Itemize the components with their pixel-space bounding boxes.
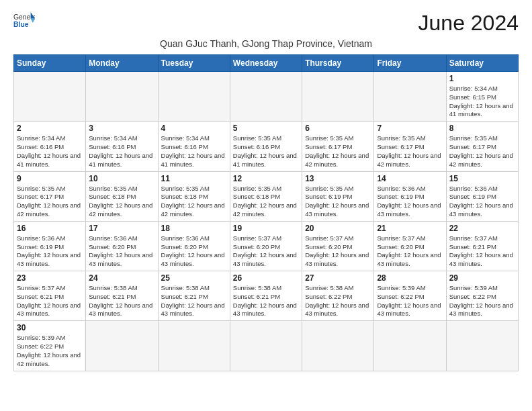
day-number: 25 bbox=[161, 273, 227, 283]
day-info: Sunrise: 5:39 AMSunset: 6:22 PMDaylight:… bbox=[17, 334, 83, 368]
day-cell-16: 16Sunrise: 5:36 AMSunset: 6:19 PMDayligh… bbox=[14, 221, 86, 271]
day-number: 2 bbox=[17, 124, 83, 133]
day-number: 3 bbox=[89, 124, 154, 133]
empty-cell bbox=[230, 72, 302, 122]
weekday-header-tuesday: Tuesday bbox=[158, 55, 230, 72]
logo: General Blue bbox=[13, 11, 35, 30]
day-info: Sunrise: 5:35 AMSunset: 6:17 PMDaylight:… bbox=[17, 185, 83, 219]
day-number: 27 bbox=[305, 273, 371, 283]
weekday-header-friday: Friday bbox=[374, 55, 446, 72]
day-number: 12 bbox=[233, 174, 299, 183]
day-info: Sunrise: 5:35 AMSunset: 6:16 PMDaylight:… bbox=[233, 134, 299, 169]
day-cell-7: 7Sunrise: 5:35 AMSunset: 6:17 PMDaylight… bbox=[374, 122, 446, 171]
day-cell-27: 27Sunrise: 5:38 AMSunset: 6:22 PMDayligh… bbox=[302, 271, 374, 321]
day-info: Sunrise: 5:35 AMSunset: 6:17 PMDaylight:… bbox=[305, 134, 371, 169]
day-info: Sunrise: 5:35 AMSunset: 6:18 PMDaylight:… bbox=[89, 185, 154, 219]
empty-cell bbox=[302, 321, 374, 371]
day-number: 11 bbox=[161, 174, 227, 183]
day-cell-14: 14Sunrise: 5:36 AMSunset: 6:19 PMDayligh… bbox=[374, 171, 446, 221]
day-cell-26: 26Sunrise: 5:38 AMSunset: 6:21 PMDayligh… bbox=[230, 271, 302, 321]
day-info: Sunrise: 5:34 AMSunset: 6:15 PMDaylight:… bbox=[449, 85, 515, 119]
empty-cell bbox=[446, 321, 518, 371]
day-cell-13: 13Sunrise: 5:35 AMSunset: 6:19 PMDayligh… bbox=[302, 171, 374, 221]
day-number: 30 bbox=[17, 323, 83, 332]
empty-cell bbox=[86, 321, 158, 371]
page-header: General Blue June 2024 bbox=[13, 11, 519, 36]
day-number: 5 bbox=[233, 124, 299, 133]
day-cell-28: 28Sunrise: 5:39 AMSunset: 6:22 PMDayligh… bbox=[374, 271, 446, 321]
day-info: Sunrise: 5:35 AMSunset: 6:17 PMDaylight:… bbox=[377, 134, 443, 169]
day-number: 13 bbox=[305, 174, 371, 183]
day-cell-3: 3Sunrise: 5:34 AMSunset: 6:16 PMDaylight… bbox=[86, 122, 158, 171]
day-info: Sunrise: 5:34 AMSunset: 6:16 PMDaylight:… bbox=[89, 134, 154, 169]
day-cell-11: 11Sunrise: 5:35 AMSunset: 6:18 PMDayligh… bbox=[158, 171, 230, 221]
month-title: June 2024 bbox=[418, 11, 519, 36]
day-cell-19: 19Sunrise: 5:37 AMSunset: 6:20 PMDayligh… bbox=[230, 221, 302, 271]
day-cell-15: 15Sunrise: 5:36 AMSunset: 6:19 PMDayligh… bbox=[446, 171, 518, 221]
weekday-header-thursday: Thursday bbox=[302, 55, 374, 72]
day-cell-20: 20Sunrise: 5:37 AMSunset: 6:20 PMDayligh… bbox=[302, 221, 374, 271]
day-number: 22 bbox=[449, 224, 515, 233]
day-info: Sunrise: 5:38 AMSunset: 6:22 PMDaylight:… bbox=[305, 284, 371, 318]
day-number: 20 bbox=[305, 224, 371, 233]
week-row-0: 1Sunrise: 5:34 AMSunset: 6:15 PMDaylight… bbox=[14, 72, 519, 122]
logo-icon: General Blue bbox=[13, 11, 35, 30]
empty-cell bbox=[158, 72, 230, 122]
day-cell-21: 21Sunrise: 5:37 AMSunset: 6:20 PMDayligh… bbox=[374, 221, 446, 271]
day-info: Sunrise: 5:38 AMSunset: 6:21 PMDaylight:… bbox=[89, 284, 154, 318]
empty-cell bbox=[86, 72, 158, 122]
day-cell-30: 30Sunrise: 5:39 AMSunset: 6:22 PMDayligh… bbox=[14, 321, 86, 371]
day-info: Sunrise: 5:35 AMSunset: 6:18 PMDaylight:… bbox=[233, 185, 299, 219]
day-cell-12: 12Sunrise: 5:35 AMSunset: 6:18 PMDayligh… bbox=[230, 171, 302, 221]
day-number: 1 bbox=[449, 74, 515, 83]
empty-cell bbox=[302, 72, 374, 122]
day-number: 19 bbox=[233, 224, 299, 233]
day-number: 14 bbox=[377, 174, 443, 183]
svg-text:Blue: Blue bbox=[13, 21, 29, 28]
day-number: 29 bbox=[449, 273, 515, 283]
day-info: Sunrise: 5:37 AMSunset: 6:21 PMDaylight:… bbox=[17, 284, 83, 318]
day-cell-29: 29Sunrise: 5:39 AMSunset: 6:22 PMDayligh… bbox=[446, 271, 518, 321]
day-number: 18 bbox=[161, 224, 227, 233]
day-info: Sunrise: 5:38 AMSunset: 6:21 PMDaylight:… bbox=[161, 284, 227, 318]
day-info: Sunrise: 5:39 AMSunset: 6:22 PMDaylight:… bbox=[377, 284, 443, 318]
day-number: 26 bbox=[233, 273, 299, 283]
day-number: 28 bbox=[377, 273, 443, 283]
day-cell-6: 6Sunrise: 5:35 AMSunset: 6:17 PMDaylight… bbox=[302, 122, 374, 171]
day-info: Sunrise: 5:37 AMSunset: 6:21 PMDaylight:… bbox=[449, 234, 515, 269]
day-number: 9 bbox=[17, 174, 83, 183]
week-row-5: 30Sunrise: 5:39 AMSunset: 6:22 PMDayligh… bbox=[14, 321, 519, 371]
day-number: 10 bbox=[89, 174, 154, 183]
calendar-table: SundayMondayTuesdayWednesdayThursdayFrid… bbox=[13, 54, 519, 371]
week-row-3: 16Sunrise: 5:36 AMSunset: 6:19 PMDayligh… bbox=[14, 221, 519, 271]
day-cell-25: 25Sunrise: 5:38 AMSunset: 6:21 PMDayligh… bbox=[158, 271, 230, 321]
weekday-header-row: SundayMondayTuesdayWednesdayThursdayFrid… bbox=[14, 55, 519, 72]
day-info: Sunrise: 5:39 AMSunset: 6:22 PMDaylight:… bbox=[449, 284, 515, 318]
day-info: Sunrise: 5:34 AMSunset: 6:16 PMDaylight:… bbox=[17, 134, 83, 169]
day-info: Sunrise: 5:37 AMSunset: 6:20 PMDaylight:… bbox=[233, 234, 299, 269]
empty-cell bbox=[158, 321, 230, 371]
day-cell-24: 24Sunrise: 5:38 AMSunset: 6:21 PMDayligh… bbox=[86, 271, 158, 321]
day-cell-4: 4Sunrise: 5:34 AMSunset: 6:16 PMDaylight… bbox=[158, 122, 230, 171]
calendar-subtitle: Quan GJuc Thanh, GJong Thap Province, Vi… bbox=[13, 38, 519, 49]
day-number: 4 bbox=[161, 124, 227, 133]
empty-cell bbox=[14, 72, 86, 122]
day-cell-1: 1Sunrise: 5:34 AMSunset: 6:15 PMDaylight… bbox=[446, 72, 518, 122]
weekday-header-sunday: Sunday bbox=[14, 55, 86, 72]
day-number: 8 bbox=[449, 124, 515, 133]
day-info: Sunrise: 5:35 AMSunset: 6:19 PMDaylight:… bbox=[305, 185, 371, 219]
week-row-2: 9Sunrise: 5:35 AMSunset: 6:17 PMDaylight… bbox=[14, 171, 519, 221]
day-info: Sunrise: 5:36 AMSunset: 6:20 PMDaylight:… bbox=[161, 234, 227, 269]
day-number: 6 bbox=[305, 124, 371, 133]
day-cell-9: 9Sunrise: 5:35 AMSunset: 6:17 PMDaylight… bbox=[14, 171, 86, 221]
day-number: 21 bbox=[377, 224, 443, 233]
week-row-1: 2Sunrise: 5:34 AMSunset: 6:16 PMDaylight… bbox=[14, 122, 519, 171]
weekday-header-wednesday: Wednesday bbox=[230, 55, 302, 72]
week-row-4: 23Sunrise: 5:37 AMSunset: 6:21 PMDayligh… bbox=[14, 271, 519, 321]
day-info: Sunrise: 5:37 AMSunset: 6:20 PMDaylight:… bbox=[377, 234, 443, 269]
day-info: Sunrise: 5:36 AMSunset: 6:19 PMDaylight:… bbox=[449, 185, 515, 219]
day-info: Sunrise: 5:36 AMSunset: 6:20 PMDaylight:… bbox=[89, 234, 154, 269]
day-cell-2: 2Sunrise: 5:34 AMSunset: 6:16 PMDaylight… bbox=[14, 122, 86, 171]
day-info: Sunrise: 5:37 AMSunset: 6:20 PMDaylight:… bbox=[305, 234, 371, 269]
day-number: 15 bbox=[449, 174, 515, 183]
